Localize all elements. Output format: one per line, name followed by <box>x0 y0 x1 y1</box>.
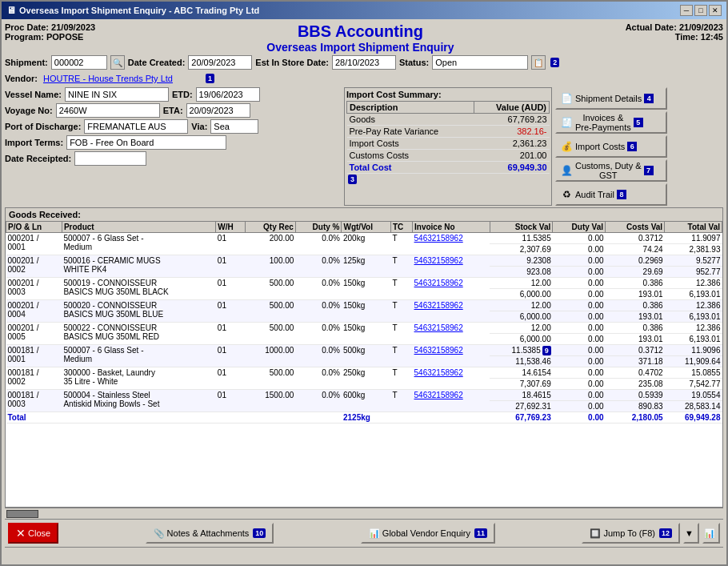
minimize-button[interactable]: ─ <box>680 5 693 16</box>
jump-icon: 🔲 <box>590 528 601 539</box>
total-cell <box>62 412 215 423</box>
cell-product: 500019 - CONNOISSEURBASICS MUG 350ML BLA… <box>62 278 215 300</box>
cell-costs-total: 235.08 <box>606 379 665 390</box>
cell-costs-total: 193.01 <box>606 289 665 300</box>
time-value: 12:45 <box>701 32 723 42</box>
cell-qty: 100.00 <box>245 255 295 278</box>
col-value: Value (AUD) <box>474 102 549 114</box>
actual-date-value: 21/09/2023 <box>679 22 723 32</box>
cell-qty: 500.00 <box>245 278 295 300</box>
cell-invoice[interactable]: 54632158962 <box>413 390 490 412</box>
import-row-desc: Goods <box>347 114 474 126</box>
goods-table-wrapper[interactable]: P/O & Ln Product W/H Qty Rec Duty % Wgt/… <box>6 221 722 507</box>
eta-label: ETA: <box>163 106 183 115</box>
export-button[interactable]: 📊 <box>702 523 720 544</box>
cell-invoice[interactable]: 54632158962 <box>413 300 490 323</box>
via-label: Via: <box>191 122 207 131</box>
cell-po: 000181 /0003 <box>6 390 62 412</box>
cell-total-unit: 9.5277 <box>665 255 722 267</box>
cell-product: 500020 - CONNOISSEURBASICS MUG 350ML BLU… <box>62 300 215 323</box>
cell-costs-total: 193.01 <box>606 334 665 345</box>
cell-invoice[interactable]: 54632158962 <box>413 255 490 278</box>
cell-wh: 01 <box>216 278 245 300</box>
table-row: 000181 /0001500007 - 6 Glass Set -Medium… <box>6 345 722 356</box>
jump-dropdown-button[interactable]: ▼ <box>683 523 699 544</box>
col-description: Description <box>347 102 474 114</box>
proc-date-value: 21/09/2023 <box>51 22 95 32</box>
table-row: 000201 /0005500022 - CONNOISSEURBASICS M… <box>6 323 722 334</box>
cell-stock-unit: 9.2308 <box>490 255 553 267</box>
cell-duty-total: 0.00 <box>553 334 606 345</box>
cell-po: 000201 /0002 <box>6 255 62 278</box>
date-receipted-label: Date Receipted: <box>5 154 71 163</box>
audit-trail-button[interactable]: ♻ Audit Trail 8 <box>555 183 667 206</box>
close-icon: ✕ <box>16 527 26 540</box>
customs-icon: 👤 <box>560 164 573 177</box>
jump-to-button[interactable]: 🔲 Jump To (F8) 12 <box>582 523 680 544</box>
cell-stock-unit: 11.5385 <box>490 233 553 244</box>
eta-value: 20/09/2023 <box>186 103 250 118</box>
notes-icon: 📎 <box>154 528 165 539</box>
header: Proc Date: 21/09/2023 Program: POPOSE BB… <box>5 22 723 54</box>
total-cell <box>216 412 245 423</box>
cell-costs-unit: 0.5939 <box>606 390 665 401</box>
cell-duty-unit: 0.00 <box>553 278 606 289</box>
notes-button[interactable]: 📎 Notes & Attachments 10 <box>146 523 274 544</box>
header-center: BBS Accounting Overseas Import Shipment … <box>266 22 454 54</box>
vendor-value[interactable]: HOUTRE - House Trends Pty Ltd <box>41 71 201 86</box>
close-button[interactable]: ✕ Close <box>8 523 58 544</box>
total-cell: 2,180.05 <box>606 412 665 423</box>
invoices-button[interactable]: 🧾 Invoices & Pre-Payments 5 <box>555 111 667 134</box>
cell-duty-pct: 0.0% <box>295 278 342 300</box>
main-window: 🖥 Overseas Import Shipment Enquiry - ABC… <box>0 0 728 566</box>
shipment-search-icon[interactable]: 🔍 <box>110 55 125 70</box>
cell-stock-total: 6,000.00 <box>490 289 553 300</box>
vessel-value: NINE IN SIX <box>65 87 169 102</box>
cell-wh: 01 <box>216 390 245 412</box>
cell-total-total: 6,193.01 <box>665 311 722 323</box>
cell-stock-unit: 12.00 <box>490 323 553 334</box>
cell-duty-unit: 0.00 <box>553 367 606 379</box>
shipment-details-button[interactable]: 📄 Shipment Details 4 <box>555 87 667 110</box>
proc-date-label: Proc Date: <box>5 22 49 32</box>
cell-product: 500007 - 6 Glass Set -Medium <box>62 233 215 255</box>
scrollbar-thumb[interactable] <box>6 510 38 518</box>
scrollbar-area[interactable] <box>5 508 723 519</box>
content-area: Proc Date: 21/09/2023 Program: POPOSE BB… <box>2 19 726 564</box>
cell-qty: 500.00 <box>245 323 295 345</box>
import-summary-title: Import Cost Summary: <box>346 90 550 99</box>
cell-total-total: 11,909.64 <box>665 356 722 367</box>
total-cell: 2125kg <box>342 412 390 423</box>
cell-invoice[interactable]: 54632158962 <box>413 278 490 300</box>
header-right: Actual Date: 21/09/2023 Time: 12:45 <box>626 22 723 42</box>
cell-duty-pct: 0.0% <box>295 390 342 412</box>
cell-invoice[interactable]: 54632158962 <box>413 233 490 255</box>
col-invoice: Invoice No <box>413 222 490 233</box>
port-value: FREMANATLE AUS <box>84 119 188 134</box>
cell-wgt: 500kg <box>342 345 390 367</box>
global-vendor-button[interactable]: 📊 Global Vendor Enquiry 11 <box>361 523 495 544</box>
cell-total-total: 6,193.01 <box>665 334 722 345</box>
customs-duty-button[interactable]: 👤 Customs, Duty & GST 7 <box>555 159 667 182</box>
cell-invoice[interactable]: 54632158962 <box>413 345 490 367</box>
via-value: Sea <box>210 119 258 134</box>
cell-duty-unit: 0.00 <box>553 323 606 334</box>
col-product: Product <box>62 222 215 233</box>
close-window-button[interactable]: ✕ <box>709 5 722 16</box>
import-costs-button[interactable]: 💰 Import Costs 6 <box>555 135 667 158</box>
cell-costs-total: 29.69 <box>606 267 665 278</box>
cell-total-unit: 11.9096 <box>665 345 722 356</box>
app-subtitle: Overseas Import Shipment Enquiry <box>266 41 454 54</box>
cell-duty-total: 0.00 <box>553 356 606 367</box>
cell-tc: T <box>390 323 412 345</box>
badge-5: 5 <box>634 118 643 127</box>
import-row-value: 67,769.23 <box>474 114 549 126</box>
cell-invoice[interactable]: 54632158962 <box>413 367 490 390</box>
shipment-label: Shipment: <box>5 58 48 67</box>
cell-invoice[interactable]: 54632158962 <box>413 323 490 345</box>
cell-costs-total: 193.01 <box>606 311 665 323</box>
cell-tc: T <box>390 233 412 255</box>
col-po: P/O & Ln <box>6 222 62 233</box>
maximize-button[interactable]: □ <box>694 5 707 16</box>
status-icon[interactable]: 📋 <box>531 55 546 70</box>
